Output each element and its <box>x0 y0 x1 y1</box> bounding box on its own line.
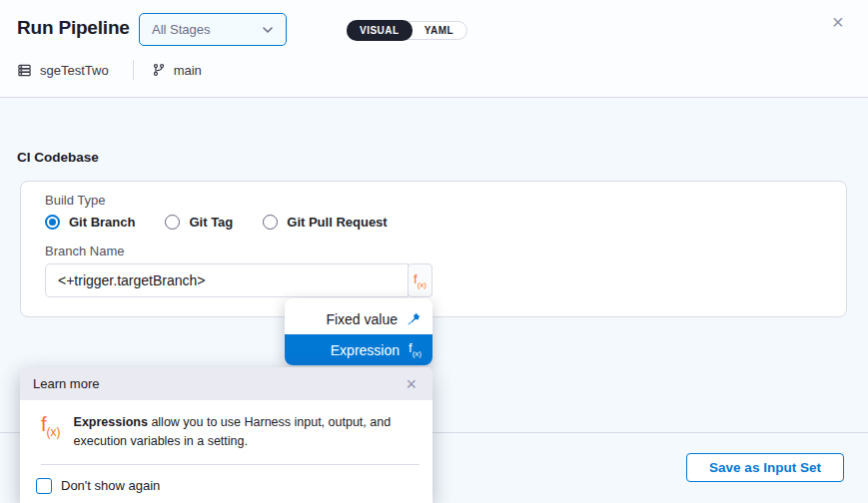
popover-body: f(x) Expressions allow you to use Harnes… <box>20 400 433 451</box>
branch-name-input[interactable] <box>45 263 409 297</box>
branch-name: main <box>174 63 202 78</box>
radio-unselected-icon <box>263 215 278 230</box>
stage-selector[interactable]: All Stages <box>139 13 287 46</box>
stage-selector-value: All Stages <box>152 22 211 37</box>
expression-icon: f(x) <box>41 413 61 439</box>
popover-title: Learn more <box>33 376 99 391</box>
branch-name-input-row: f(x) <box>45 263 433 297</box>
learn-more-popover: Learn more × f(x) Expressions allow you … <box>20 367 433 503</box>
dialog-header: Run Pipeline All Stages VISUAL YAML × <box>0 0 868 98</box>
divider <box>133 60 134 80</box>
popover-header: Learn more × <box>20 367 433 400</box>
tab-visual[interactable]: VISUAL <box>347 20 413 41</box>
dont-show-again-option[interactable]: Don't show again <box>36 478 433 494</box>
codebase-info: sgeTestTwo main <box>17 60 202 80</box>
ci-codebase-card: Build Type Git Branch Git Tag Git Pull R… <box>20 181 847 317</box>
save-as-input-set-button[interactable]: Save as Input Set <box>686 453 844 482</box>
page-title: Run Pipeline <box>17 17 130 39</box>
chevron-down-icon <box>262 24 274 36</box>
popover-divider <box>41 464 420 465</box>
build-type-label: Build Type <box>45 193 105 208</box>
menu-item-fixed-value[interactable]: Fixed value <box>285 303 433 334</box>
section-title-ci-codebase: CI Codebase <box>17 150 99 165</box>
radio-git-branch[interactable]: Git Branch <box>45 215 135 230</box>
value-type-menu: Fixed value Expression f(x) <box>285 298 433 365</box>
tab-yaml[interactable]: YAML <box>412 21 466 40</box>
git-branch-icon <box>152 63 166 77</box>
popover-text: Expressions allow you to use Harness inp… <box>74 413 419 451</box>
radio-git-pull-request[interactable]: Git Pull Request <box>263 215 387 230</box>
expression-button[interactable]: f(x) <box>408 263 433 297</box>
checkbox-label: Don't show again <box>61 478 160 493</box>
radio-unselected-icon <box>165 215 180 230</box>
build-type-radio-group: Git Branch Git Tag Git Pull Request <box>45 215 388 230</box>
repo-name: sgeTestTwo <box>40 63 109 78</box>
radio-selected-icon <box>45 215 60 230</box>
expression-icon: f(x) <box>414 272 427 289</box>
popover-close-icon[interactable]: × <box>406 375 417 393</box>
expression-icon: f(x) <box>409 341 422 358</box>
radio-git-tag[interactable]: Git Tag <box>165 215 233 230</box>
checkbox-unchecked-icon[interactable] <box>36 478 52 494</box>
run-pipeline-dialog: Run Pipeline All Stages VISUAL YAML × <box>0 0 868 503</box>
pin-icon <box>407 311 422 326</box>
repository-icon <box>17 63 32 78</box>
view-toggle: VISUAL YAML <box>347 21 467 40</box>
branch-name-label: Branch Name <box>45 244 124 258</box>
menu-item-expression[interactable]: Expression f(x) <box>285 334 433 365</box>
close-icon[interactable]: × <box>832 12 844 32</box>
